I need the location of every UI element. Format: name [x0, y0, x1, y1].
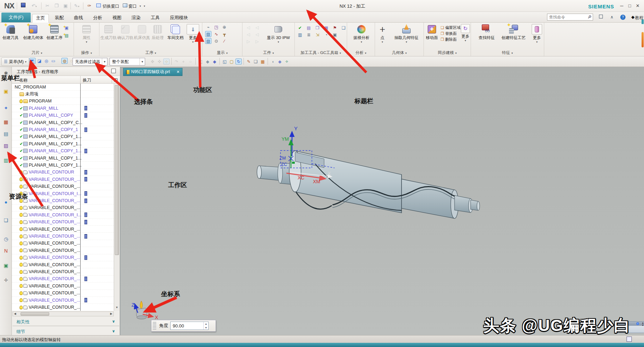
select-rectangle-icon[interactable]: ⬚	[197, 59, 204, 64]
menu-tab-2[interactable]: 装配	[51, 14, 67, 23]
assembly-navigator-icon[interactable]: ▣	[2, 88, 9, 95]
selection-priority-icon[interactable]: ▭	[50, 58, 57, 64]
column-divider[interactable]	[112, 76, 112, 84]
tree-row[interactable]: VARIABLE_CONTOUR_...	[12, 183, 114, 190]
tree-row[interactable]: ✔ PLANAR_MILL_COPY_1	[12, 126, 114, 133]
offset-region-button[interactable]: ❏偏置区域	[441, 25, 462, 31]
gc-comment-icon[interactable]: ❑	[340, 25, 347, 31]
column-divider[interactable]	[80, 76, 81, 84]
shop-documentation-button[interactable]: 车间文档	[166, 24, 185, 40]
model-viewport[interactable]: Y YM ZM ZC XC XM X Z X	[120, 67, 644, 335]
fullscreen-icon[interactable]	[597, 14, 604, 20]
tree-item-label[interactable]: PLANAR_MILL_COPY	[29, 113, 73, 118]
rotate-view-icon[interactable]: ↻	[235, 59, 242, 64]
tree-row[interactable]: PROGRAM	[12, 98, 114, 105]
tree-row[interactable]: VARIABLE_CONTOUR	[12, 169, 114, 176]
gc-flag-icon[interactable]: ⚑	[332, 25, 338, 31]
menu-button[interactable]: ☰ 菜单(M) ▾	[1, 57, 29, 66]
selection-filter-dropdown[interactable]: 无选择过滤器▼	[73, 58, 107, 65]
group-label-process[interactable]: 工序▾	[99, 50, 202, 55]
scrollbar-thumb[interactable]	[115, 85, 119, 255]
tree-row[interactable]: ✔ PLANAR_MILL_COPY_1...	[12, 140, 114, 147]
drag-handle[interactable]	[153, 322, 156, 330]
gc-check-icon[interactable]: ✔	[297, 25, 303, 31]
scroll-down-icon[interactable]: ▼	[115, 306, 119, 310]
tree-item-label[interactable]: VARIABLE_CONTOUR_...	[29, 291, 80, 295]
create-operation-button[interactable]: ✦ 创建工序	[46, 24, 63, 40]
tree-row[interactable]: ✔ PLANAR_MILL	[12, 105, 114, 112]
gc-doc-icon[interactable]: ▥	[297, 32, 303, 38]
point-button[interactable]: ＋ 点 ▾	[376, 24, 389, 44]
tree-row[interactable]: VARIABLE_CONTOUR_...	[12, 226, 114, 233]
tree-item-label[interactable]: VARIABLE_CONTOUR_I...	[29, 213, 81, 217]
replace-face-button[interactable]: ❐替换面	[441, 31, 462, 37]
group-label-geometry[interactable]: 几何体▾	[375, 50, 424, 55]
tree-row[interactable]: ✔ PLANAR_MILL_COPY_C...	[12, 119, 114, 126]
tree-row[interactable]: VARIABLE_CONTOUR_...	[12, 247, 114, 254]
vertical-scrollbar[interactable]: ▼	[114, 84, 119, 311]
shaft-right-stub[interactable]	[455, 195, 471, 213]
popup-arrows-icon[interactable]: ▲▼	[642, 322, 644, 326]
constraint-navigator-icon[interactable]: ✦	[2, 105, 9, 111]
tree-row[interactable]: VARIABLE_CONTOUR_...	[12, 304, 114, 311]
menu-tab-1[interactable]: 主页	[32, 14, 49, 23]
tree-row[interactable]: VARIABLE_CONTOUR_...	[12, 176, 114, 183]
tree-item-label[interactable]: VARIABLE_CONTOUR_...	[29, 248, 80, 253]
close-button[interactable]: ✕	[634, 3, 641, 9]
tree-item-label[interactable]: 未用项	[25, 91, 38, 97]
machining-line-planner-icon[interactable]: ▣	[2, 262, 9, 269]
draft-analysis-button[interactable]: 拔模分析 ▾	[352, 24, 371, 44]
column-toolchange[interactable]: 换刀	[83, 77, 91, 83]
fullscreen-icon[interactable]	[627, 337, 632, 342]
part-navigator-icon[interactable]: ▦	[2, 118, 9, 125]
paste-icon[interactable]: ▣	[62, 3, 69, 9]
system-tools-icon[interactable]: ✛	[2, 277, 9, 284]
gc-list-icon[interactable]: ≣	[306, 32, 312, 38]
tree-item-label[interactable]: VARIABLE_CONTOUR_I...	[29, 191, 81, 196]
tree-item-label[interactable]: VARIABLE_CONTOUR_...	[29, 305, 80, 310]
tree-item-label[interactable]: PLANAR_MILL_COPY_1...	[29, 134, 81, 139]
interpart-select-icon[interactable]: ◪	[36, 58, 43, 64]
shaded-cube-icon[interactable]: ◆	[211, 59, 218, 64]
snap-circle-icon[interactable]: ○	[187, 59, 194, 64]
tree-item-label[interactable]: PLANAR_MILL_COPY_1...	[29, 148, 81, 153]
save-icon[interactable]	[20, 3, 27, 9]
find-command-box[interactable]: 🔎︎	[547, 14, 593, 21]
spline-toolpath-icon[interactable]: ∿	[213, 31, 219, 37]
scroll-right-icon[interactable]: ▶	[110, 312, 112, 315]
group-label-insert[interactable]: 刀片▾	[0, 50, 74, 55]
group-label-operation[interactable]: 操作▾	[74, 50, 99, 55]
tree-item-label[interactable]: PLANAR_MILL_COPY_1...	[29, 163, 81, 168]
search-icon[interactable]: 🔎︎	[587, 15, 592, 20]
maximize-button[interactable]: □	[626, 3, 633, 9]
extract-geometry-button[interactable]: 抽取几何特征 ▾	[390, 24, 422, 44]
work-area[interactable]: N95口罩四轴联动.prt ✕	[120, 67, 644, 335]
tree-item-label[interactable]: VARIABLE_CONTOUR_...	[29, 234, 80, 239]
group-label-feature[interactable]: 特征▾	[471, 50, 544, 55]
section-details[interactable]: 细节∨	[13, 327, 119, 336]
tree-item-label[interactable]: VARIABLE_CONTOUR_...	[29, 298, 80, 303]
tree-item-label[interactable]: VARIABLE_CONTOUR_...	[29, 205, 80, 210]
tree-row[interactable]: VARIABLE_CONTOUR_...	[12, 297, 114, 304]
tree-row[interactable]: VARIABLE_CONTOUR_...	[12, 254, 114, 261]
tree-item-label[interactable]: VARIABLE_CONTOUR_...	[29, 269, 80, 274]
web-browser-icon[interactable]: ●	[2, 199, 9, 206]
tool-display-icon[interactable]: ◳	[213, 24, 219, 30]
create-tool-button[interactable]: ✦ 创建刀具	[2, 24, 19, 40]
tree-item-label[interactable]: PROGRAM	[29, 99, 52, 103]
visual-reports-icon[interactable]: N	[2, 247, 9, 254]
float-window-icon[interactable]	[111, 69, 116, 73]
move-face-button[interactable]: ✚ 移动面	[424, 24, 440, 40]
verify-toolpath-button[interactable]: ✔ 确认刀轨	[117, 24, 134, 40]
tree-item-label[interactable]: VARIABLE_CONTOUR_...	[29, 198, 80, 203]
switch-window-label[interactable]: 切换窗口	[103, 3, 119, 9]
snap-midpoint-icon[interactable]: ⌖	[180, 59, 187, 64]
tree-item-label[interactable]: PLANAR_MILL	[29, 106, 58, 111]
tree-row[interactable]: VARIABLE_CONTOUR_I...	[12, 190, 114, 197]
menu-tab-5[interactable]: 视图	[109, 14, 125, 23]
file-menu-button[interactable]: 文件(F)	[1, 13, 31, 22]
sketch-curve-icon[interactable]: ✎	[246, 59, 252, 64]
angle-input[interactable]: 90.00 ▲▼	[170, 322, 209, 330]
tree-item-label[interactable]: VARIABLE_CONTOUR_...	[29, 241, 80, 246]
minimize-ribbon-icon[interactable]: ∧	[608, 14, 615, 20]
